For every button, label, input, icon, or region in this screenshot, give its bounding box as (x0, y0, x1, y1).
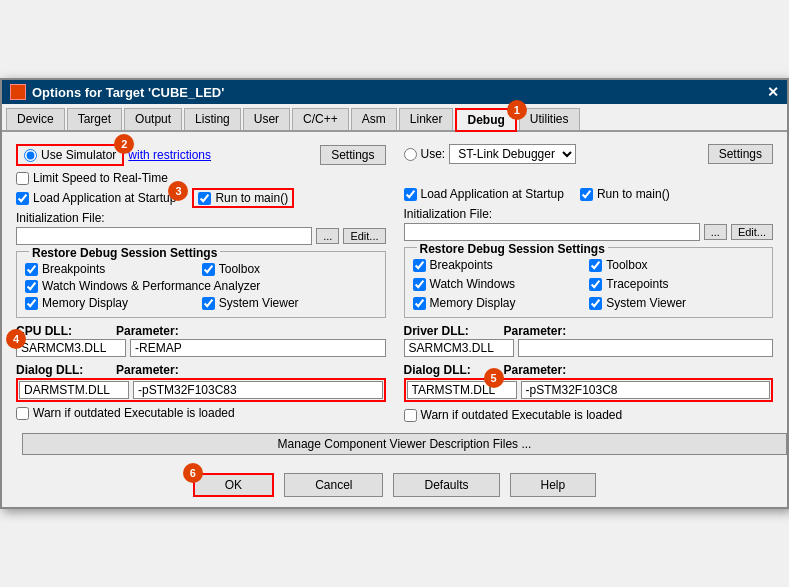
memory-row-right: Memory Display (413, 296, 588, 310)
limit-speed-row: Limit Speed to Real-Time (16, 171, 386, 185)
restore-group-inner-right: Breakpoints Toolbox Watch Windows (413, 258, 765, 313)
help-button[interactable]: Help (510, 473, 597, 497)
simulator-settings-button[interactable]: Settings (320, 145, 385, 165)
tracepoints-label-right: Tracepoints (606, 277, 668, 291)
init-file-input-right[interactable] (404, 223, 700, 241)
toolbox-label-right: Toolbox (606, 258, 647, 272)
tab-utilities[interactable]: Utilities (519, 108, 580, 130)
use-simulator-radio[interactable] (24, 149, 37, 162)
tab-asm[interactable]: Asm (351, 108, 397, 130)
init-edit-right[interactable]: Edit... (731, 224, 773, 240)
dialog-dll-label-row-left: Dialog DLL: Parameter: (16, 363, 386, 377)
tab-linker[interactable]: Linker (399, 108, 454, 130)
watch-label-right: Watch Windows (430, 277, 516, 291)
init-file-label-right: Initialization File: (404, 207, 774, 221)
init-file-label-left: Initialization File: (16, 211, 386, 225)
driver-param-label: Parameter: (504, 324, 567, 338)
run-to-main-checkbox[interactable] (198, 192, 211, 205)
memory-label-right: Memory Display (430, 296, 516, 310)
cpu-dll-input[interactable] (16, 339, 126, 357)
tracepoints-row-right: Tracepoints (589, 277, 764, 291)
run-to-main-box: Run to main() (192, 188, 294, 208)
memory-checkbox-left[interactable] (25, 297, 38, 310)
tracepoints-checkbox-right[interactable] (589, 278, 602, 291)
tab-cpp[interactable]: C/C++ (292, 108, 349, 130)
two-col-layout: Use Simulator 2 with restrictions Settin… (12, 140, 777, 429)
use-debugger-radio[interactable] (404, 148, 417, 161)
dialog-dll-input-row-left (16, 378, 386, 402)
cpu-dll-label-row: CPU DLL: Parameter: (16, 324, 386, 338)
breakpoints-checkbox-left[interactable] (25, 263, 38, 276)
dialog-dll-label-left: Dialog DLL: (16, 363, 106, 377)
toolbox-checkbox-left[interactable] (202, 263, 215, 276)
defaults-button[interactable]: Defaults (393, 473, 499, 497)
dialog-param-input-right[interactable] (521, 381, 771, 399)
dialog-dll-right-badge: 5 (484, 368, 504, 388)
tab-device[interactable]: Device (6, 108, 65, 130)
run-to-main-row-right: Run to main() (580, 187, 670, 201)
system-row-right: System Viewer (589, 296, 764, 310)
system-checkbox-right[interactable] (589, 297, 602, 310)
debug-tab-badge: 1 (507, 100, 527, 120)
manage-btn[interactable]: Manage Component Viewer Description File… (22, 433, 787, 455)
memory-checkbox-right[interactable] (413, 297, 426, 310)
driver-param-input[interactable] (518, 339, 774, 357)
warn-row-left: Warn if outdated Executable is loaded (16, 406, 386, 420)
warn-checkbox-right[interactable] (404, 409, 417, 422)
ok-button[interactable]: OK (193, 473, 274, 497)
run-to-main-checkbox-right[interactable] (580, 188, 593, 201)
init-edit-left[interactable]: Edit... (343, 228, 385, 244)
right-panel: Use: ST-Link Debugger Settings Load Appl… (400, 140, 778, 429)
use-simulator-label: Use Simulator (41, 148, 116, 162)
cpu-param-input[interactable] (130, 339, 386, 357)
tab-listing[interactable]: Listing (184, 108, 241, 130)
warn-label-right: Warn if outdated Executable is loaded (421, 408, 623, 422)
breakpoints-row-right: Breakpoints (413, 258, 588, 272)
limit-speed-checkbox[interactable] (16, 172, 29, 185)
use-row-right: Use: ST-Link Debugger Settings (404, 144, 774, 164)
init-file-row-right: ... Edit... (404, 223, 774, 241)
driver-dll-input[interactable] (404, 339, 514, 357)
load-app-checkbox-right[interactable] (404, 188, 417, 201)
debugger-select[interactable]: ST-Link Debugger (449, 144, 576, 164)
toolbox-label-left: Toolbox (219, 262, 260, 276)
load-app-label: Load Application at Startup (33, 191, 176, 205)
cpu-dll-input-row: 4 (16, 339, 386, 357)
dialog-param-input-left[interactable] (133, 381, 383, 399)
restore-group-left: Restore Debug Session Settings Breakpoin… (16, 251, 386, 318)
app-icon (10, 84, 26, 100)
watch-checkbox-right[interactable] (413, 278, 426, 291)
cpu-dll-section: CPU DLL: Parameter: 4 (16, 324, 386, 357)
tab-output[interactable]: Output (124, 108, 182, 130)
watch-checkbox-left[interactable] (25, 280, 38, 293)
toolbox-checkbox-right[interactable] (589, 259, 602, 272)
load-app-label-right: Load Application at Startup (421, 187, 564, 201)
dialog-dll-input-left[interactable] (19, 381, 129, 399)
use-label: Use: (421, 147, 446, 161)
dialog-dll-label-row-right: Dialog DLL: Parameter: (404, 363, 774, 377)
init-file-input-left[interactable] (16, 227, 312, 245)
watch-row-right: Watch Windows (413, 277, 588, 291)
debugger-settings-button[interactable]: Settings (708, 144, 773, 164)
warn-label-left: Warn if outdated Executable is loaded (33, 406, 235, 420)
tab-target[interactable]: Target (67, 108, 122, 130)
cancel-button[interactable]: Cancel (284, 473, 383, 497)
driver-dll-label-row: Driver DLL: Parameter: (404, 324, 774, 338)
restore-group-right: Restore Debug Session Settings Breakpoin… (404, 247, 774, 318)
init-browse-left[interactable]: ... (316, 228, 339, 244)
tab-user[interactable]: User (243, 108, 290, 130)
cpu-dll-label: CPU DLL: (16, 324, 106, 338)
system-checkbox-left[interactable] (202, 297, 215, 310)
system-label-left: System Viewer (219, 296, 299, 310)
system-label-right: System Viewer (606, 296, 686, 310)
breakpoints-checkbox-right[interactable] (413, 259, 426, 272)
init-browse-right[interactable]: ... (704, 224, 727, 240)
close-button[interactable]: ✕ (767, 84, 779, 100)
breakpoints-row-left: Breakpoints (25, 262, 200, 276)
with-restrictions-link[interactable]: with restrictions (128, 148, 211, 162)
toolbox-row-right: Toolbox (589, 258, 764, 272)
load-app-checkbox[interactable] (16, 192, 29, 205)
warn-checkbox-left[interactable] (16, 407, 29, 420)
restore-group-title-left: Restore Debug Session Settings (29, 246, 220, 260)
warn-row-right: Warn if outdated Executable is loaded (404, 408, 774, 422)
